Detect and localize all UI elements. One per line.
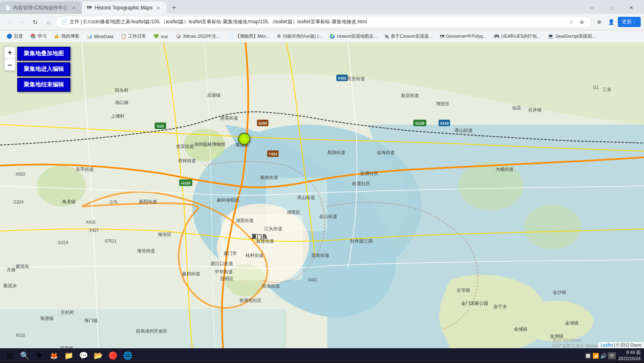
svg-text:桂村街道: 桂村街道 [245,253,263,258]
bookmark-ue[interactable]: 🎮 UE4和UE5的打包... [491,32,544,40]
volume-icon[interactable]: 🔊 [600,353,607,359]
svg-text:金城镇: 金城镇 [514,327,527,331]
svg-text:嘉积街道: 嘉积街道 [182,271,200,276]
bookmark-cesium2[interactable]: 🛰 基于Cesium实现遥... [381,32,435,40]
svg-text:招局漳州开发区: 招局漳州开发区 [135,329,167,334]
bookmark-vue-demo-label: 功能示例(Vue版) |... [283,33,322,39]
bookmark-js[interactable]: 💻 JavaSxcript高级面... [545,32,599,40]
svg-text:激活 Windows: 激活 Windows [552,338,581,343]
address-icons: ☆ ⊕ [567,18,586,27]
tab-csdn[interactable]: 📄 内容管理-CSDN创作中心 ✕ [0,2,82,14]
tab-maps[interactable]: 🗺 Historic Topographic Maps ✕ [82,2,167,14]
bookmark-js-label: JavaSxcript高级面... [555,33,596,39]
bookmark-3dmax-label: 3dmax 2022中文... [183,33,221,39]
svg-text:角美镇: 角美镇 [62,199,76,204]
svg-text:X503: X503 [16,172,25,177]
new-tab-button[interactable]: + [168,2,180,14]
svg-text:场口镇: 场口镇 [115,100,128,105]
bookmark-baidu-label: 百度 [14,33,23,39]
end-edit-cluster-button[interactable]: 聚集地结束编辑 [17,78,70,92]
extensions-icon[interactable]: ⊕ [577,18,586,27]
bookmark-micro[interactable]: 📄 【测能用】Micr... [225,32,273,40]
clock-date: 2022/10/24 [618,356,641,362]
svg-text:大嶝街道: 大嶝街道 [495,167,513,172]
keyboard-lang[interactable]: 中 [608,352,616,359]
chrome-button[interactable]: 🌐 [121,349,134,362]
bookmark-vue-label: vue [161,34,168,39]
svg-text:古宅镇: 古宅镇 [457,288,470,293]
settings-icon[interactable]: ⊕ [593,16,605,28]
bookmark-3dmax[interactable]: 🎲 3dmax 2022中文... [172,32,224,40]
start-button[interactable]: ⊞ [3,349,16,362]
bookmark-vue-demo[interactable]: ⚙ 功能示例(Vue版) |... [274,32,326,40]
profile-icon[interactable]: 👤 [606,16,617,28]
toolbar-right: ⊕ 👤 更新： [593,16,641,28]
task-view-button[interactable]: ❖ [33,349,46,362]
bookmark-learn[interactable]: 📚 学习 [27,32,50,40]
bookmark-micro-label: 【测能用】Micr... [235,33,270,39]
network-icon[interactable]: 📶 [592,353,599,359]
cluster-marker[interactable] [238,133,250,145]
bookmark-blog[interactable]: ✍ 我的博客 [51,32,83,40]
svg-text:莲前街道: 莲前街道 [311,253,329,258]
svg-text:转到"设置"以激活 Windows。: 转到"设置"以激活 Windows。 [552,344,606,348]
address-text: 文件 | E:/csdn播者/地图之家/leaflet篇/105.（leafle… [70,18,564,25]
app-button-1[interactable]: 🔴 [106,349,119,362]
tab-close-csdn[interactable]: ✕ [70,5,77,11]
bookmark-minedata[interactable]: 📊 MineData [83,33,117,40]
svg-text:仙店: 仙店 [512,105,521,110]
bookmark-cesium2-label: 基于Cesium实现遥... [391,33,432,39]
svg-text:S7621: S7621 [105,239,117,243]
svg-text:金沙镇: 金沙镇 [553,290,566,295]
bookmark-vue[interactable]: 💚 vue [150,33,171,40]
home-button[interactable]: ⌂ [43,16,54,28]
bookmark-work[interactable]: 📋 工作日常 [117,32,149,40]
svg-text:金山街道: 金山街道 [319,214,337,219]
reload-button[interactable]: ↻ [29,16,41,28]
svg-text:后溪镇: 后溪镇 [207,93,221,98]
svg-text:杏林街道: 杏林街道 [178,158,196,163]
secure-icon: 📄 [61,19,67,25]
firefox-button[interactable]: 🦊 [47,349,61,362]
svg-text:X402: X402 [338,76,346,80]
back-button[interactable]: ← [3,16,15,28]
tab-close-maps[interactable]: ✕ [155,5,162,11]
bookmark-baidu[interactable]: 🔵 百度 [3,32,26,40]
address-box[interactable]: 📄 文件 | E:/csdn播者/地图之家/leaflet篇/105.（leaf… [56,16,592,28]
svg-text:X510: X510 [16,333,25,338]
folder-button[interactable]: 📂 [92,349,105,362]
tab-favicon-maps: 🗺 [87,5,92,11]
svg-text:海澄镇: 海澄镇 [40,316,54,321]
wechat-button[interactable]: 💬 [77,349,90,362]
tab-label-csdn: 内容管理-CSDN创作中心 [13,5,68,11]
svg-text:S206: S206 [258,121,267,125]
svg-text:主杜村: 主杜村 [61,310,74,315]
search-button[interactable]: 🔍 [18,349,31,362]
forward-button[interactable]: → [16,16,28,28]
add-cluster-button[interactable]: 聚集地叠加地图 [17,47,70,61]
svg-text:欧厝社区: 欧厝社区 [352,181,370,186]
update-button[interactable]: 更新： [618,17,641,27]
zoom-in-button[interactable]: + [5,47,15,58]
zoom-controls: + − [4,47,16,71]
map-container[interactable]: G15 G228 G228 X418 S206 Y322 X402 [0,43,644,348]
file-explorer-button[interactable]: 📁 [62,349,75,362]
bookmark-geoserver[interactable]: 🗺 Geoserver中Polyg... [437,32,490,40]
svg-text:G76: G76 [110,200,117,204]
zoom-out-button[interactable]: − [5,60,15,70]
leaflet-link[interactable]: Leaflet [601,343,613,347]
svg-text:漳州园林博物馆: 漳州园林博物馆 [194,142,225,147]
address-bar-row: ← → ↻ ⌂ 📄 文件 | E:/csdn播者/地图之家/leaflet篇/1… [0,14,644,30]
taskbar: ⊞ 🔍 ❖ 🦊 📁 💬 📂 🔴 🌐 🔲 📶 🔊 中 8:49 面 2022/10… [0,348,644,363]
bookmark-star-icon[interactable]: ☆ [567,18,576,27]
svg-text:禾山街道: 禾山街道 [297,195,315,200]
svg-text:金海街道: 金海街道 [377,150,395,155]
taskbar-clock[interactable]: 8:49 面 2022/10/24 [618,349,641,362]
close-button[interactable]: ✕ [622,2,641,14]
edit-cluster-button[interactable]: 聚集地进入编辑 [17,62,70,76]
maximize-button[interactable]: □ [602,2,621,14]
bookmark-cesium1[interactable]: 🌍 cesium实现地图反... [326,32,381,40]
show-desktop-icon[interactable]: 🔲 [585,353,591,359]
minimize-button[interactable]: ─ [583,2,601,14]
svg-text:上埔村: 上埔村 [111,113,124,118]
